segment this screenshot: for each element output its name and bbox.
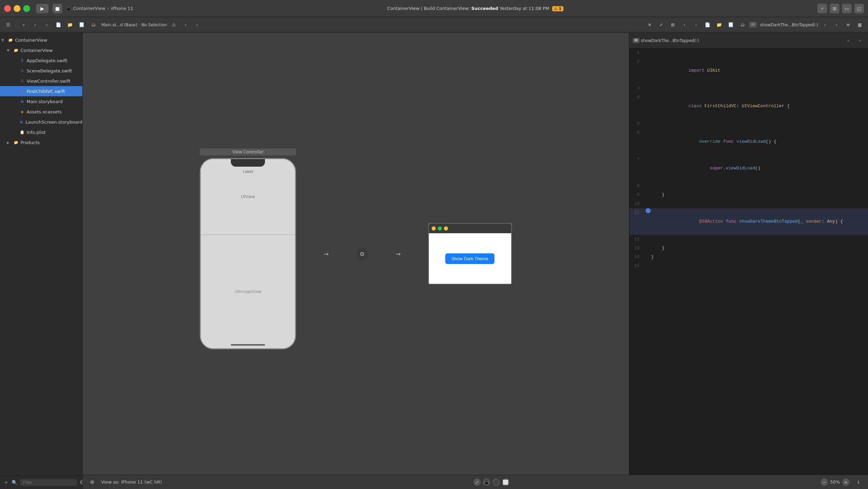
group-folder-icon: 📁 bbox=[13, 47, 19, 53]
first-vc-container: View Controller Label UIView bbox=[200, 158, 296, 349]
chevron-down-icon: ▼ bbox=[1, 38, 6, 42]
status-right-btn[interactable]: ↓ bbox=[854, 478, 863, 487]
storyboard-icon-2: ⊞ bbox=[19, 119, 24, 125]
titlebar-path-icon: 📱 bbox=[66, 6, 71, 11]
code-editor: M showDarkThe...BtnTapped(:) ‹ › 1 bbox=[629, 33, 868, 475]
maximize-button[interactable] bbox=[23, 5, 30, 12]
code-file-type-badge: M bbox=[633, 38, 640, 43]
zoom-plus-btn[interactable]: + bbox=[842, 478, 850, 486]
toolbar-folder[interactable]: 📁 bbox=[65, 20, 75, 29]
toolbar-add[interactable]: ＋ bbox=[19, 20, 28, 29]
breadcrumb-item-1[interactable]: Main.st...d (Base) bbox=[101, 23, 137, 27]
line-bp-11[interactable] bbox=[645, 208, 651, 213]
code-breadcrumb-method[interactable]: showDarkThe...BtnTapped(:) bbox=[760, 23, 818, 27]
toolbar-right-file2[interactable]: 📄 bbox=[703, 20, 712, 29]
code-back-btn[interactable]: ‹ bbox=[843, 36, 853, 45]
path-sep-1: › bbox=[107, 6, 109, 11]
close-button[interactable] bbox=[4, 5, 11, 12]
sidebar-item-viewcontroller[interactable]: ▶ S ViewController.swift bbox=[0, 76, 82, 86]
code-line-12: 12 bbox=[629, 235, 868, 244]
assets-icon: ◈ bbox=[19, 109, 25, 115]
minimize-button[interactable] bbox=[14, 5, 20, 12]
code-forward-btn[interactable]: › bbox=[855, 36, 865, 45]
toolbar-back[interactable]: ‹ bbox=[30, 20, 40, 29]
toolbar: ☰ ＋ ‹ › 📄 📁 📃 🗂 Main.st...d (Base) › No … bbox=[0, 17, 868, 33]
toolbar-right-forward[interactable]: › bbox=[691, 20, 701, 29]
breadcrumb-item-2[interactable]: No Selection bbox=[141, 23, 167, 27]
sidebar-item-containerview[interactable]: ▼ 📁 ContainerView bbox=[0, 45, 82, 55]
layout-button[interactable]: ▭ bbox=[842, 4, 852, 13]
zoom-landscape-btn[interactable]: ⬜ bbox=[502, 478, 509, 486]
toolbar-right-nav-forward[interactable]: › bbox=[832, 20, 841, 29]
toolbar-right-nav-back[interactable]: ‹ bbox=[820, 20, 830, 29]
code-line-8: 8 bbox=[629, 182, 868, 191]
breakpoint-dot-11[interactable] bbox=[646, 208, 650, 213]
toolbar-right-storyboard2[interactable]: 🗂 bbox=[738, 20, 747, 29]
toolbar-hide-sidebar[interactable]: ☰ bbox=[3, 20, 13, 29]
split-view-button[interactable]: ⊞ bbox=[830, 4, 839, 13]
toolbar-doc[interactable]: 📃 bbox=[77, 20, 86, 29]
toolbar-right-expand[interactable]: ⤢ bbox=[656, 20, 666, 29]
sidebar-item-infoplist[interactable]: ▶ 📋 Info.plist bbox=[0, 127, 82, 137]
iphone-mockup[interactable]: Label UIView UIImageView bbox=[200, 158, 296, 349]
status-sidebar-toggle[interactable]: ⊞ bbox=[87, 478, 97, 487]
toolbar-forward[interactable]: › bbox=[42, 20, 52, 29]
code-line-13: 13 } bbox=[629, 244, 868, 253]
toolbar-right-inspector[interactable]: ▦ bbox=[855, 20, 865, 29]
toolbar-file[interactable]: 📄 bbox=[54, 20, 63, 29]
sidebar-item-containerviewroot[interactable]: ▼ 📁 ContainerView bbox=[0, 35, 82, 45]
toolbar-right-close[interactable]: ✕ bbox=[645, 20, 654, 29]
add-button[interactable]: ＋ bbox=[817, 4, 827, 13]
toolbar-right-grid[interactable]: ⊞ bbox=[668, 20, 677, 29]
show-dark-theme-button[interactable]: Show Dark Theme bbox=[445, 253, 494, 264]
second-vc-content[interactable]: Show Dark Theme bbox=[428, 223, 512, 284]
sidebar-toggle-button[interactable]: ◱ bbox=[854, 4, 864, 13]
code-line-7: 7 super.viewDidLoad() bbox=[629, 155, 868, 182]
segue-arrow: → bbox=[323, 250, 328, 257]
code-breadcrumb-text[interactable]: showDarkThe...BtnTapped(:) bbox=[641, 38, 699, 43]
play-button[interactable]: ▶ bbox=[36, 4, 48, 13]
toolbar-warning[interactable]: ⚠ bbox=[169, 20, 179, 29]
zoom-controls: ⤢ 📱 ⬛ ⬜ bbox=[473, 478, 509, 486]
launchscreen-label: LaunchScreen.storyboard bbox=[26, 120, 82, 125]
zoom-device-btn[interactable]: 📱 bbox=[483, 478, 490, 486]
status-bar: ⊞ View as: iPhone 11 (wC hR) ⤢ 📱 ⬛ ⬜ − 5… bbox=[83, 475, 868, 489]
storyboard-canvas[interactable]: View Controller Label UIView bbox=[83, 33, 629, 475]
line-code-14: } bbox=[651, 253, 868, 262]
sidebar-item-products[interactable]: ▶ 📁 Products bbox=[0, 137, 82, 148]
sidebar-add-btn[interactable]: ＋ bbox=[3, 478, 9, 487]
toolbar-right-back[interactable]: ‹ bbox=[680, 20, 689, 29]
sidebar-item-firstchildvc[interactable]: ▶ S FirstChildVC.swift bbox=[0, 86, 82, 96]
line-num-15: 15 bbox=[629, 262, 645, 270]
line-code-6: override func viewDidLoad() { bbox=[651, 128, 868, 155]
infoplist-label: Info.plist bbox=[27, 130, 46, 135]
sidebar-item-appdelegate[interactable]: ▶ S AppDelegate.swift bbox=[0, 55, 82, 66]
segue-connector[interactable]: ⊙ bbox=[356, 248, 368, 260]
warning-badge: ⚠ 1 bbox=[552, 6, 563, 11]
sidebar-filter-input[interactable] bbox=[20, 479, 77, 486]
zoom-portrait-btn[interactable]: ⬛ bbox=[492, 478, 500, 486]
line-code-2: import UIKit bbox=[651, 57, 868, 84]
sidebar-settings-btn[interactable]: ⚙ bbox=[80, 478, 83, 487]
sidebar-item-launchscreen[interactable]: ▶ ⊞ LaunchScreen.storyboard bbox=[0, 117, 82, 127]
toolbar-nav-forward[interactable]: › bbox=[192, 20, 202, 29]
toolbar-right-doc2[interactable]: 📃 bbox=[726, 20, 736, 29]
status-time: Yesterday at 11:08 PM bbox=[500, 6, 549, 11]
sidebar-group-label: ContainerView bbox=[20, 48, 53, 53]
sidebar-item-scenedelegate[interactable]: ▶ S SceneDelegate.swift bbox=[0, 66, 82, 76]
toolbar-right-list[interactable]: ≡ bbox=[843, 20, 853, 29]
code-line-1: 1 bbox=[629, 48, 868, 57]
stop-button[interactable]: ■ bbox=[53, 4, 62, 13]
code-line-9: 9 } bbox=[629, 191, 868, 199]
line-num-8: 8 bbox=[629, 182, 645, 191]
zoom-fit-btn[interactable]: ⤢ bbox=[473, 478, 481, 486]
sidebar-item-assets[interactable]: ▶ ◈ Assets.xcassets bbox=[0, 107, 82, 117]
toolbar-storyboard[interactable]: 🗂 bbox=[88, 20, 98, 29]
toolbar-divider-1 bbox=[16, 21, 16, 29]
main-layout: ▼ 📁 ContainerView ▼ 📁 ContainerView ▶ S … bbox=[0, 33, 868, 489]
toolbar-right-folder2[interactable]: 📁 bbox=[714, 20, 724, 29]
zoom-minus-btn[interactable]: − bbox=[821, 478, 828, 486]
firstchildvc-label: FirstChildVC.swift bbox=[27, 89, 65, 94]
sidebar-item-mainstoryboard[interactable]: ▶ ⊞ Main.storyboard bbox=[0, 96, 82, 107]
toolbar-nav-back[interactable]: ‹ bbox=[181, 20, 190, 29]
